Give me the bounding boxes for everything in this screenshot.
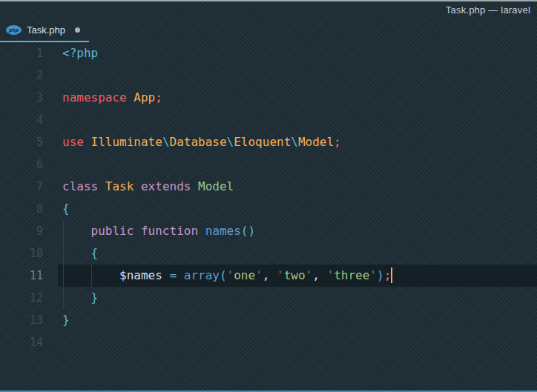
code-token: (): [241, 224, 255, 238]
modified-indicator-dot: [75, 27, 80, 33]
code-token: ,: [312, 268, 320, 282]
line-number: 1: [0, 42, 58, 64]
code-token: Database: [170, 135, 227, 149]
code-token: [177, 268, 184, 282]
code-token: {: [91, 246, 99, 260]
code-token: Eloquent: [234, 135, 291, 149]
code-line-text[interactable]: namespace App;: [58, 87, 537, 109]
code-line-text[interactable]: [58, 64, 537, 87]
code-line[interactable]: 9 public function names(): [0, 220, 537, 242]
tab-label: Task.php: [27, 24, 65, 36]
code-token: ;: [334, 135, 341, 149]
code-line-text[interactable]: [58, 331, 537, 353]
code-editor[interactable]: 1<?php23namespace App;45use Illuminate\D…: [0, 42, 537, 391]
code-line-text[interactable]: }: [58, 287, 537, 309]
code-token: \: [227, 135, 234, 149]
code-line-text[interactable]: {: [58, 242, 537, 265]
code-line-text[interactable]: }: [58, 309, 537, 331]
code-token: =: [170, 268, 177, 282]
code-token: two: [284, 268, 306, 282]
text-cursor: [391, 268, 392, 283]
line-number: 5: [0, 131, 58, 153]
code-line[interactable]: 4: [0, 109, 537, 131]
indent-guide: [63, 287, 64, 309]
code-token: {: [62, 202, 70, 216]
code-line[interactable]: 13}: [0, 309, 537, 331]
code-line-text[interactable]: <?php: [58, 42, 537, 64]
code-token: [62, 224, 91, 238]
code-token: [269, 268, 277, 282]
line-number: 2: [0, 64, 58, 87]
code-token: Task: [105, 179, 134, 193]
code-token: ': [277, 268, 284, 282]
code-token: [84, 135, 91, 149]
code-token: ': [306, 268, 313, 282]
tab-task-php[interactable]: php Task.php: [0, 18, 89, 42]
code-line[interactable]: 8{: [0, 198, 537, 220]
code-token: [198, 224, 205, 238]
code-token: ;: [384, 268, 392, 282]
code-token: [162, 268, 170, 282]
code-token: [134, 179, 141, 193]
code-token: function: [141, 224, 198, 238]
code-token: \: [291, 135, 298, 149]
line-number: 4: [0, 109, 58, 131]
line-number: 14: [0, 331, 58, 353]
code-token: three: [334, 268, 369, 282]
code-token: Illuminate: [91, 135, 162, 149]
code-token: ): [377, 268, 384, 282]
code-token: array: [184, 268, 220, 282]
code-token: ': [227, 268, 234, 282]
code-token: one: [234, 268, 255, 282]
line-number: 11: [0, 265, 58, 287]
code-token: names: [205, 224, 241, 238]
window-top-edge: [0, 0, 537, 1]
code-line-text[interactable]: $names = array('one', 'two', 'three');: [58, 265, 537, 287]
code-line[interactable]: 7class Task extends Model: [0, 176, 537, 198]
code-token: [191, 179, 198, 193]
php-file-icon: php: [6, 25, 22, 35]
editor-window: Task.php — laravel php Task.php 1<?php23…: [0, 0, 537, 392]
line-number: 8: [0, 198, 58, 220]
code-token: public: [91, 224, 134, 238]
code-line[interactable]: 2: [0, 64, 537, 87]
code-line-text[interactable]: [58, 109, 537, 131]
code-line[interactable]: 11 $names = array('one', 'two', 'three')…: [0, 265, 537, 287]
code-token: extends: [141, 179, 191, 193]
code-token: [62, 246, 91, 260]
code-line[interactable]: 5use Illuminate\Database\Eloquent\Model;: [0, 131, 537, 153]
code-token: namespace: [62, 90, 127, 104]
code-line[interactable]: 1<?php: [0, 42, 537, 64]
code-token: }: [62, 313, 70, 327]
line-number: 13: [0, 309, 58, 331]
tab-bar: php Task.php: [0, 18, 537, 42]
code-token: \: [162, 135, 170, 149]
code-line-text[interactable]: [58, 153, 537, 176]
code-token: $names: [119, 268, 162, 282]
code-line[interactable]: 14: [0, 331, 537, 353]
indent-guide: [63, 220, 64, 242]
code-line[interactable]: 12 }: [0, 287, 537, 309]
code-token: [98, 179, 105, 193]
line-number: 10: [0, 242, 58, 265]
code-token: [62, 290, 91, 305]
code-token: [320, 268, 327, 282]
code-line-text[interactable]: use Illuminate\Database\Eloquent\Model;: [58, 131, 537, 153]
indent-guide: [63, 265, 64, 287]
code-token: <?php: [62, 46, 98, 60]
code-line-text[interactable]: class Task extends Model: [58, 176, 537, 198]
window-titlebar[interactable]: Task.php — laravel: [0, 1, 537, 18]
code-line[interactable]: 3namespace App;: [0, 87, 537, 109]
code-token: ,: [263, 268, 270, 282]
code-token: class: [62, 179, 98, 193]
code-line[interactable]: 6: [0, 153, 537, 176]
code-line[interactable]: 10 {: [0, 242, 537, 265]
indent-guide: [63, 242, 64, 265]
code-line-text[interactable]: public function names(): [58, 220, 537, 242]
code-token: use: [62, 135, 84, 149]
code-token: ': [369, 268, 377, 282]
code-line-text[interactable]: {: [58, 198, 537, 220]
line-number: 9: [0, 220, 58, 242]
code-token: ': [255, 268, 263, 282]
code-token: }: [91, 290, 99, 305]
